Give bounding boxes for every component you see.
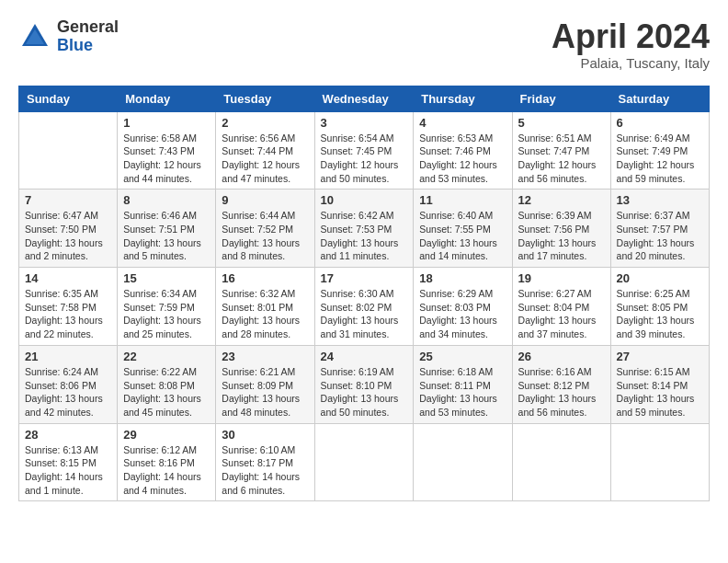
day-number: 23 (222, 350, 308, 363)
day-info: Sunrise: 6:54 AM Sunset: 7:45 PM Dayligh… (321, 132, 408, 186)
week-row-5: 28Sunrise: 6:13 AM Sunset: 8:15 PM Dayli… (19, 423, 710, 501)
week-row-3: 14Sunrise: 6:35 AM Sunset: 7:58 PM Dayli… (19, 268, 710, 346)
day-info: Sunrise: 6:21 AM Sunset: 8:09 PM Dayligh… (222, 365, 308, 419)
calendar-header: SundayMondayTuesdayWednesdayThursdayFrid… (19, 86, 710, 111)
day-number: 12 (518, 193, 605, 207)
day-cell: 25Sunrise: 6:18 AM Sunset: 8:11 PM Dayli… (414, 345, 512, 423)
day-number: 19 (518, 271, 605, 285)
logo-general-text: General (57, 18, 119, 37)
day-cell: 9Sunrise: 6:44 AM Sunset: 7:52 PM Daylig… (216, 190, 314, 268)
day-cell: 8Sunrise: 6:46 AM Sunset: 7:51 PM Daylig… (118, 190, 216, 268)
title-block: April 2024 Palaia, Tuscany, Italy (552, 18, 710, 71)
day-info: Sunrise: 6:44 AM Sunset: 7:52 PM Dayligh… (222, 209, 308, 263)
logo-icon (18, 20, 51, 53)
day-number: 14 (25, 271, 111, 285)
day-cell: 6Sunrise: 6:49 AM Sunset: 7:49 PM Daylig… (610, 111, 709, 190)
day-cell: 10Sunrise: 6:42 AM Sunset: 7:53 PM Dayli… (314, 190, 414, 268)
day-cell: 3Sunrise: 6:54 AM Sunset: 7:45 PM Daylig… (314, 111, 414, 190)
day-info: Sunrise: 6:39 AM Sunset: 7:56 PM Dayligh… (518, 209, 605, 263)
day-info: Sunrise: 6:35 AM Sunset: 7:58 PM Dayligh… (25, 287, 111, 341)
day-number: 26 (518, 350, 605, 363)
day-info: Sunrise: 6:18 AM Sunset: 8:11 PM Dayligh… (419, 365, 506, 419)
day-header-sunday: Sunday (19, 86, 118, 111)
day-info: Sunrise: 6:30 AM Sunset: 8:02 PM Dayligh… (321, 287, 408, 341)
day-info: Sunrise: 6:25 AM Sunset: 8:05 PM Dayligh… (617, 287, 703, 341)
page-header: General Blue April 2024 Palaia, Tuscany,… (18, 18, 710, 71)
day-info: Sunrise: 6:53 AM Sunset: 7:46 PM Dayligh… (419, 132, 506, 186)
day-cell: 2Sunrise: 6:56 AM Sunset: 7:44 PM Daylig… (216, 111, 314, 190)
day-cell: 22Sunrise: 6:22 AM Sunset: 8:08 PM Dayli… (118, 345, 216, 423)
day-info: Sunrise: 6:49 AM Sunset: 7:49 PM Dayligh… (617, 132, 703, 186)
day-cell: 26Sunrise: 6:16 AM Sunset: 8:12 PM Dayli… (512, 345, 610, 423)
logo: General Blue (18, 18, 119, 55)
day-header-monday: Monday (118, 86, 216, 111)
day-info: Sunrise: 6:13 AM Sunset: 8:15 PM Dayligh… (25, 443, 111, 498)
day-number: 3 (321, 116, 408, 130)
day-cell: 23Sunrise: 6:21 AM Sunset: 8:09 PM Dayli… (216, 345, 314, 423)
calendar-table: SundayMondayTuesdayWednesdayThursdayFrid… (18, 86, 710, 502)
week-row-1: 1Sunrise: 6:58 AM Sunset: 7:43 PM Daylig… (19, 111, 710, 190)
day-cell: 20Sunrise: 6:25 AM Sunset: 8:05 PM Dayli… (610, 268, 709, 346)
day-info: Sunrise: 6:24 AM Sunset: 8:06 PM Dayligh… (25, 365, 111, 419)
day-number: 5 (518, 116, 605, 130)
day-info: Sunrise: 6:58 AM Sunset: 7:43 PM Dayligh… (123, 132, 210, 186)
day-cell: 30Sunrise: 6:10 AM Sunset: 8:17 PM Dayli… (216, 423, 314, 501)
day-number: 4 (419, 116, 506, 130)
day-info: Sunrise: 6:29 AM Sunset: 8:03 PM Dayligh… (419, 287, 506, 341)
day-header-friday: Friday (512, 86, 610, 111)
day-info: Sunrise: 6:19 AM Sunset: 8:10 PM Dayligh… (321, 365, 408, 419)
day-header-tuesday: Tuesday (216, 86, 314, 111)
day-cell: 24Sunrise: 6:19 AM Sunset: 8:10 PM Dayli… (314, 345, 414, 423)
day-number: 21 (25, 350, 111, 363)
day-number: 27 (617, 350, 703, 363)
day-number: 13 (617, 193, 703, 207)
day-cell: 14Sunrise: 6:35 AM Sunset: 7:58 PM Dayli… (19, 268, 118, 346)
day-info: Sunrise: 6:34 AM Sunset: 7:59 PM Dayligh… (123, 287, 210, 341)
day-info: Sunrise: 6:15 AM Sunset: 8:14 PM Dayligh… (617, 365, 703, 419)
day-info: Sunrise: 6:37 AM Sunset: 7:57 PM Dayligh… (617, 209, 703, 263)
day-info: Sunrise: 6:46 AM Sunset: 7:51 PM Dayligh… (123, 209, 210, 263)
day-number: 24 (321, 350, 408, 363)
day-header-wednesday: Wednesday (314, 86, 414, 111)
day-cell (512, 423, 610, 501)
day-number: 2 (222, 116, 308, 130)
day-cell (19, 111, 118, 190)
day-header-thursday: Thursday (414, 86, 512, 111)
day-info: Sunrise: 6:32 AM Sunset: 8:01 PM Dayligh… (222, 287, 308, 341)
day-number: 1 (123, 116, 210, 130)
day-number: 11 (419, 193, 506, 207)
day-cell: 18Sunrise: 6:29 AM Sunset: 8:03 PM Dayli… (414, 268, 512, 346)
day-number: 22 (123, 350, 210, 363)
day-cell: 11Sunrise: 6:40 AM Sunset: 7:55 PM Dayli… (414, 190, 512, 268)
day-cell: 7Sunrise: 6:47 AM Sunset: 7:50 PM Daylig… (19, 190, 118, 268)
day-number: 28 (25, 428, 111, 442)
day-cell: 19Sunrise: 6:27 AM Sunset: 8:04 PM Dayli… (512, 268, 610, 346)
day-number: 7 (25, 193, 111, 207)
day-info: Sunrise: 6:51 AM Sunset: 7:47 PM Dayligh… (518, 132, 605, 186)
day-number: 17 (321, 271, 408, 285)
day-number: 8 (123, 193, 210, 207)
day-cell (610, 423, 709, 501)
day-header-saturday: Saturday (610, 86, 709, 111)
day-number: 6 (617, 116, 703, 130)
day-cell: 12Sunrise: 6:39 AM Sunset: 7:56 PM Dayli… (512, 190, 610, 268)
day-cell (314, 423, 414, 501)
day-cell: 27Sunrise: 6:15 AM Sunset: 8:14 PM Dayli… (610, 345, 709, 423)
day-cell: 16Sunrise: 6:32 AM Sunset: 8:01 PM Dayli… (216, 268, 314, 346)
logo-text: General Blue (57, 18, 119, 55)
day-info: Sunrise: 6:12 AM Sunset: 8:16 PM Dayligh… (123, 443, 210, 498)
day-info: Sunrise: 6:47 AM Sunset: 7:50 PM Dayligh… (25, 209, 111, 263)
day-number: 10 (321, 193, 408, 207)
day-cell: 5Sunrise: 6:51 AM Sunset: 7:47 PM Daylig… (512, 111, 610, 190)
week-row-2: 7Sunrise: 6:47 AM Sunset: 7:50 PM Daylig… (19, 190, 710, 268)
day-number: 9 (222, 193, 308, 207)
day-number: 20 (617, 271, 703, 285)
day-cell: 28Sunrise: 6:13 AM Sunset: 8:15 PM Dayli… (19, 423, 118, 501)
location: Palaia, Tuscany, Italy (552, 55, 710, 71)
day-cell: 4Sunrise: 6:53 AM Sunset: 7:46 PM Daylig… (414, 111, 512, 190)
month-title: April 2024 (552, 18, 710, 55)
day-cell: 15Sunrise: 6:34 AM Sunset: 7:59 PM Dayli… (118, 268, 216, 346)
day-cell: 13Sunrise: 6:37 AM Sunset: 7:57 PM Dayli… (610, 190, 709, 268)
day-cell (414, 423, 512, 501)
day-info: Sunrise: 6:27 AM Sunset: 8:04 PM Dayligh… (518, 287, 605, 341)
